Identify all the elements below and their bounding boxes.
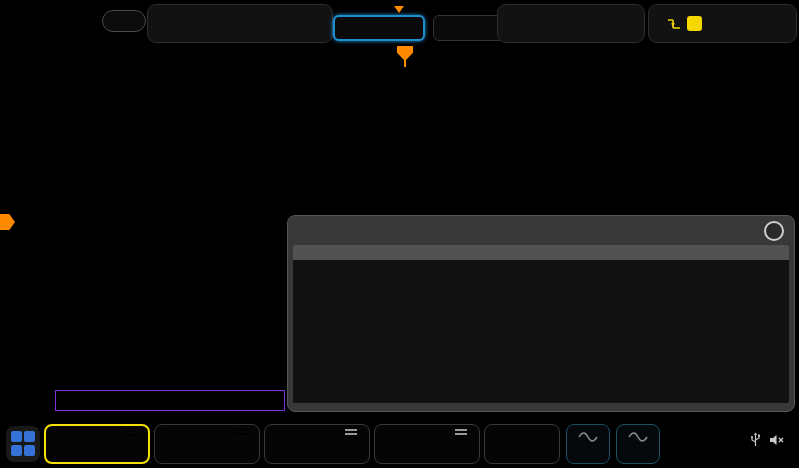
close-icon[interactable] [764,221,784,241]
math-channel-label[interactable] [55,390,285,411]
channel3-box[interactable] [264,424,370,464]
sine-icon [627,431,649,443]
horizontal-panel[interactable] [147,4,333,43]
usb-icon [750,432,761,448]
trigger-status-badge [102,10,146,32]
trigger-slope-icon [666,17,682,31]
generator2-box[interactable] [616,424,660,464]
pq-table [293,245,789,403]
wave-position-zigzag [318,5,490,19]
logic-analyzer-box[interactable] [484,424,560,464]
dialog-header[interactable] [288,216,794,245]
dc-coupling-icon [345,429,357,439]
trigger-source-badge [687,16,702,31]
trigger-panel[interactable] [648,4,797,43]
channel4-box[interactable] [374,424,480,464]
delay-panel[interactable] [497,4,645,43]
channel2-box[interactable] [154,424,260,464]
speaker-muted-icon[interactable] [769,434,785,446]
pq-table-header [293,245,789,260]
sine-icon [577,431,599,443]
dc-coupling-icon [235,429,247,439]
channel1-box[interactable] [44,424,150,464]
dc-coupling-icon [455,429,467,439]
bottom-bar [0,420,799,468]
top-bar [0,0,799,46]
menu-button[interactable] [6,426,40,462]
oscilloscope-screen [0,0,799,468]
dc-coupling-icon [124,430,136,440]
trigger-position-stem [404,60,406,67]
generator1-box[interactable] [566,424,610,464]
power-quality-dialog [287,215,795,412]
